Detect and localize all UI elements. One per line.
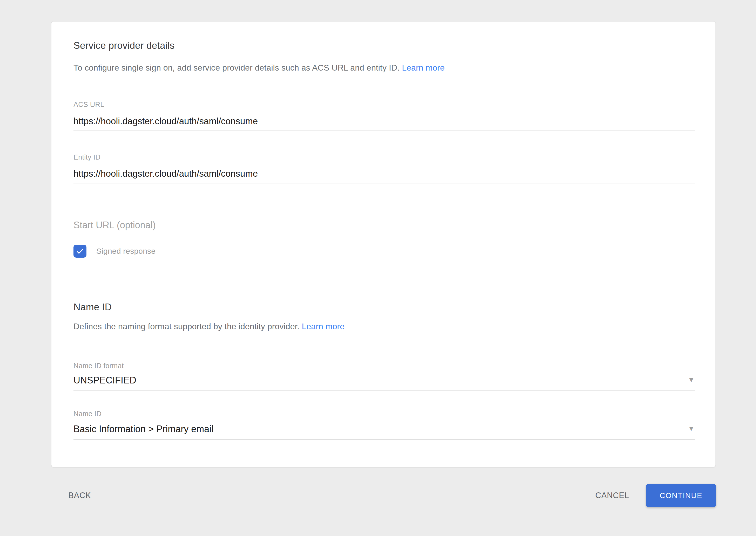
name-id-section-title: Name ID bbox=[73, 302, 112, 313]
section-description: To configure single sign on, add service… bbox=[73, 63, 445, 73]
name-id-select[interactable]: Basic Information > Primary email ▼ bbox=[73, 424, 695, 440]
acs-url-label: ACS URL bbox=[73, 101, 104, 109]
chevron-down-icon: ▼ bbox=[688, 376, 695, 384]
section-description-text: To configure single sign on, add service… bbox=[73, 63, 402, 72]
cancel-button[interactable]: CANCEL bbox=[595, 491, 629, 500]
signed-response-checkbox-row[interactable]: Signed response bbox=[73, 245, 156, 258]
entity-id-label: Entity ID bbox=[73, 153, 100, 161]
name-id-label: Name ID bbox=[73, 410, 101, 418]
continue-button[interactable]: CONTINUE bbox=[646, 484, 716, 507]
name-id-description: Defines the naming format supported by t… bbox=[73, 322, 344, 331]
back-button[interactable]: BACK bbox=[68, 491, 91, 500]
signed-response-checkbox[interactable] bbox=[73, 245, 87, 258]
learn-more-link[interactable]: Learn more bbox=[402, 63, 445, 72]
signed-response-label: Signed response bbox=[96, 247, 156, 255]
chevron-down-icon: ▼ bbox=[688, 425, 695, 433]
name-id-value: Basic Information > Primary email bbox=[73, 424, 213, 434]
checkmark-icon bbox=[75, 247, 85, 256]
name-id-description-text: Defines the naming format supported by t… bbox=[73, 322, 302, 331]
acs-url-input[interactable] bbox=[73, 116, 695, 131]
start-url-input[interactable] bbox=[73, 220, 695, 235]
name-id-format-value: UNSPECIFIED bbox=[73, 375, 136, 385]
page-title: Service provider details bbox=[73, 40, 174, 51]
name-id-learn-more-link[interactable]: Learn more bbox=[302, 322, 345, 331]
entity-id-input[interactable] bbox=[73, 168, 695, 184]
card-content: Service provider details To configure si… bbox=[73, 21, 695, 467]
service-provider-card: Service provider details To configure si… bbox=[52, 21, 715, 467]
name-id-format-label: Name ID format bbox=[73, 362, 124, 370]
name-id-format-select[interactable]: UNSPECIFIED ▼ bbox=[73, 375, 695, 391]
